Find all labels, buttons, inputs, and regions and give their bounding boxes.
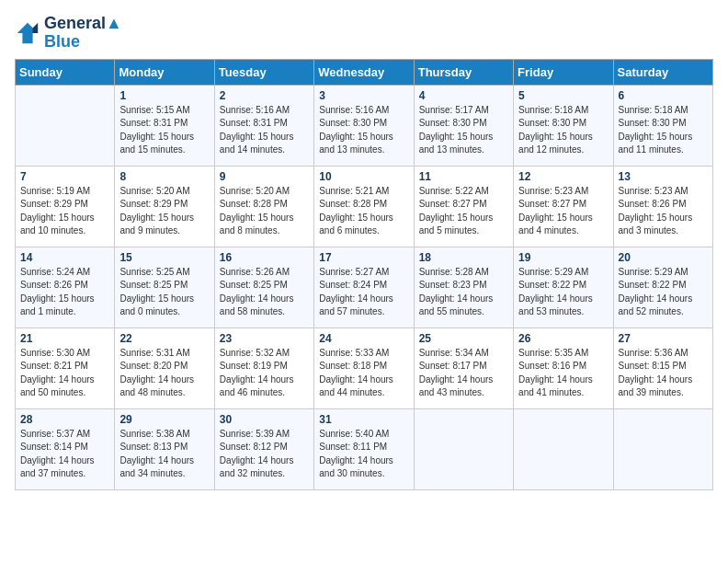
- cell-content: Sunrise: 5:18 AM Sunset: 8:30 PM Dayligh…: [518, 104, 608, 157]
- cell-content: Sunrise: 5:22 AM Sunset: 8:27 PM Dayligh…: [419, 185, 508, 238]
- cell-content: Sunrise: 5:29 AM Sunset: 8:22 PM Dayligh…: [518, 266, 608, 319]
- day-number: 25: [419, 332, 508, 345]
- calendar-cell: 9Sunrise: 5:20 AM Sunset: 8:28 PM Daylig…: [214, 166, 313, 247]
- calendar-cell: [414, 408, 513, 489]
- cell-content: Sunrise: 5:36 AM Sunset: 8:15 PM Dayligh…: [619, 347, 708, 400]
- day-number: 12: [518, 170, 608, 183]
- day-number: 14: [20, 251, 109, 264]
- calendar-cell: [16, 85, 115, 166]
- cell-content: Sunrise: 5:35 AM Sunset: 8:16 PM Dayligh…: [518, 347, 608, 400]
- calendar-cell: 21Sunrise: 5:30 AM Sunset: 8:21 PM Dayli…: [16, 327, 115, 408]
- header: General▲ Blue: [15, 15, 713, 52]
- calendar-cell: 20Sunrise: 5:29 AM Sunset: 8:22 PM Dayli…: [613, 247, 712, 327]
- cell-content: Sunrise: 5:25 AM Sunset: 8:25 PM Dayligh…: [119, 266, 209, 319]
- calendar-cell: 5Sunrise: 5:18 AM Sunset: 8:30 PM Daylig…: [514, 85, 613, 166]
- calendar-cell: 27Sunrise: 5:36 AM Sunset: 8:15 PM Dayli…: [613, 327, 712, 408]
- day-number: 21: [20, 332, 109, 345]
- cell-content: Sunrise: 5:39 AM Sunset: 8:12 PM Dayligh…: [220, 428, 309, 481]
- cell-content: Sunrise: 5:34 AM Sunset: 8:17 PM Dayligh…: [419, 347, 508, 400]
- calendar-cell: 18Sunrise: 5:28 AM Sunset: 8:23 PM Dayli…: [414, 247, 513, 327]
- cell-content: Sunrise: 5:18 AM Sunset: 8:30 PM Dayligh…: [619, 104, 708, 157]
- cell-content: Sunrise: 5:40 AM Sunset: 8:11 PM Dayligh…: [319, 428, 408, 481]
- svg-marker-1: [33, 23, 39, 33]
- cell-content: Sunrise: 5:16 AM Sunset: 8:30 PM Dayligh…: [319, 104, 408, 157]
- calendar-cell: 1Sunrise: 5:15 AM Sunset: 8:31 PM Daylig…: [115, 85, 214, 166]
- cell-content: Sunrise: 5:28 AM Sunset: 8:23 PM Dayligh…: [419, 266, 508, 319]
- week-row-4: 28Sunrise: 5:37 AM Sunset: 8:14 PM Dayli…: [16, 408, 713, 489]
- day-number: 5: [518, 89, 608, 102]
- col-thursday: Thursday: [414, 59, 513, 85]
- calendar-cell: 16Sunrise: 5:26 AM Sunset: 8:25 PM Dayli…: [214, 247, 313, 327]
- logo: General▲ Blue: [15, 15, 122, 52]
- day-number: 11: [419, 170, 508, 183]
- day-number: 18: [419, 251, 508, 264]
- day-number: 7: [20, 170, 109, 183]
- week-row-0: 1Sunrise: 5:15 AM Sunset: 8:31 PM Daylig…: [16, 85, 713, 166]
- calendar-cell: 15Sunrise: 5:25 AM Sunset: 8:25 PM Dayli…: [115, 247, 214, 327]
- calendar-cell: [613, 408, 712, 489]
- calendar-cell: 12Sunrise: 5:23 AM Sunset: 8:27 PM Dayli…: [514, 166, 613, 247]
- day-number: 23: [220, 332, 309, 345]
- header-row: Sunday Monday Tuesday Wednesday Thursday…: [16, 59, 713, 85]
- day-number: 26: [518, 332, 608, 345]
- cell-content: Sunrise: 5:26 AM Sunset: 8:25 PM Dayligh…: [220, 266, 309, 319]
- calendar-cell: 11Sunrise: 5:22 AM Sunset: 8:27 PM Dayli…: [414, 166, 513, 247]
- calendar-cell: 6Sunrise: 5:18 AM Sunset: 8:30 PM Daylig…: [613, 85, 712, 166]
- day-number: 6: [619, 89, 708, 102]
- cell-content: Sunrise: 5:17 AM Sunset: 8:30 PM Dayligh…: [419, 104, 508, 157]
- day-number: 28: [20, 413, 109, 426]
- calendar-cell: [514, 408, 613, 489]
- cell-content: Sunrise: 5:37 AM Sunset: 8:14 PM Dayligh…: [20, 428, 109, 481]
- calendar-cell: 26Sunrise: 5:35 AM Sunset: 8:16 PM Dayli…: [514, 327, 613, 408]
- calendar-cell: 24Sunrise: 5:33 AM Sunset: 8:18 PM Dayli…: [314, 327, 414, 408]
- week-row-1: 7Sunrise: 5:19 AM Sunset: 8:29 PM Daylig…: [16, 166, 713, 247]
- cell-content: Sunrise: 5:15 AM Sunset: 8:31 PM Dayligh…: [119, 104, 209, 157]
- cell-content: Sunrise: 5:16 AM Sunset: 8:31 PM Dayligh…: [220, 104, 309, 157]
- day-number: 10: [319, 170, 408, 183]
- calendar-cell: 13Sunrise: 5:23 AM Sunset: 8:26 PM Dayli…: [613, 166, 712, 247]
- day-number: 1: [119, 89, 209, 102]
- cell-content: Sunrise: 5:21 AM Sunset: 8:28 PM Dayligh…: [319, 185, 408, 238]
- cell-content: Sunrise: 5:33 AM Sunset: 8:18 PM Dayligh…: [319, 347, 408, 400]
- day-number: 29: [119, 413, 209, 426]
- day-number: 17: [319, 251, 408, 264]
- calendar-cell: 14Sunrise: 5:24 AM Sunset: 8:26 PM Dayli…: [16, 247, 115, 327]
- calendar-cell: 25Sunrise: 5:34 AM Sunset: 8:17 PM Dayli…: [414, 327, 513, 408]
- calendar-cell: 30Sunrise: 5:39 AM Sunset: 8:12 PM Dayli…: [214, 408, 313, 489]
- calendar-body: 1Sunrise: 5:15 AM Sunset: 8:31 PM Daylig…: [16, 85, 713, 489]
- cell-content: Sunrise: 5:20 AM Sunset: 8:28 PM Dayligh…: [220, 185, 309, 238]
- day-number: 16: [220, 251, 309, 264]
- calendar-cell: 28Sunrise: 5:37 AM Sunset: 8:14 PM Dayli…: [16, 408, 115, 489]
- calendar-cell: 31Sunrise: 5:40 AM Sunset: 8:11 PM Dayli…: [314, 408, 414, 489]
- calendar-cell: 2Sunrise: 5:16 AM Sunset: 8:31 PM Daylig…: [214, 85, 313, 166]
- day-number: 2: [220, 89, 309, 102]
- day-number: 13: [619, 170, 708, 183]
- calendar-cell: 23Sunrise: 5:32 AM Sunset: 8:19 PM Dayli…: [214, 327, 313, 408]
- calendar-cell: 4Sunrise: 5:17 AM Sunset: 8:30 PM Daylig…: [414, 85, 513, 166]
- cell-content: Sunrise: 5:32 AM Sunset: 8:19 PM Dayligh…: [220, 347, 309, 400]
- day-number: 20: [619, 251, 708, 264]
- calendar-cell: 29Sunrise: 5:38 AM Sunset: 8:13 PM Dayli…: [115, 408, 214, 489]
- cell-content: Sunrise: 5:24 AM Sunset: 8:26 PM Dayligh…: [20, 266, 109, 319]
- day-number: 3: [319, 89, 408, 102]
- col-wednesday: Wednesday: [314, 59, 414, 85]
- col-friday: Friday: [514, 59, 613, 85]
- day-number: 27: [619, 332, 708, 345]
- calendar-cell: 8Sunrise: 5:20 AM Sunset: 8:29 PM Daylig…: [115, 166, 214, 247]
- logo-text: General▲ Blue: [44, 15, 122, 52]
- cell-content: Sunrise: 5:27 AM Sunset: 8:24 PM Dayligh…: [319, 266, 408, 319]
- col-saturday: Saturday: [613, 59, 712, 85]
- cell-content: Sunrise: 5:19 AM Sunset: 8:29 PM Dayligh…: [20, 185, 109, 238]
- calendar-cell: 22Sunrise: 5:31 AM Sunset: 8:20 PM Dayli…: [115, 327, 214, 408]
- calendar-cell: 17Sunrise: 5:27 AM Sunset: 8:24 PM Dayli…: [314, 247, 414, 327]
- day-number: 9: [220, 170, 309, 183]
- calendar-cell: 3Sunrise: 5:16 AM Sunset: 8:30 PM Daylig…: [314, 85, 414, 166]
- week-row-3: 21Sunrise: 5:30 AM Sunset: 8:21 PM Dayli…: [16, 327, 713, 408]
- day-number: 31: [319, 413, 408, 426]
- day-number: 22: [119, 332, 209, 345]
- cell-content: Sunrise: 5:38 AM Sunset: 8:13 PM Dayligh…: [119, 428, 209, 481]
- cell-content: Sunrise: 5:23 AM Sunset: 8:27 PM Dayligh…: [518, 185, 608, 238]
- cell-content: Sunrise: 5:29 AM Sunset: 8:22 PM Dayligh…: [619, 266, 708, 319]
- cell-content: Sunrise: 5:30 AM Sunset: 8:21 PM Dayligh…: [20, 347, 109, 400]
- calendar-cell: 7Sunrise: 5:19 AM Sunset: 8:29 PM Daylig…: [16, 166, 115, 247]
